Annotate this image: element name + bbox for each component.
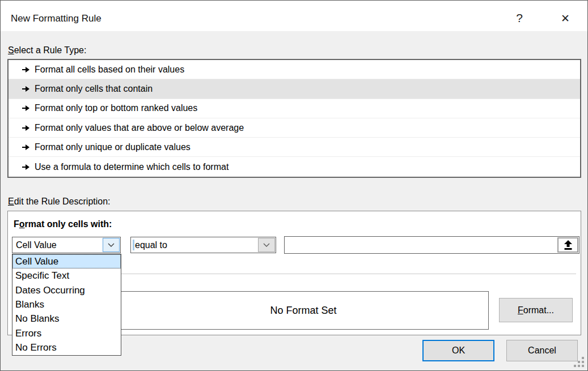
- arrow-right-icon: [22, 86, 30, 92]
- collapse-range-up-arrow-icon: [564, 240, 573, 250]
- arrow-right-icon: [22, 67, 30, 73]
- condition-type-combobox[interactable]: Cell Value: [12, 237, 121, 253]
- dropdown-item[interactable]: Errors: [12, 326, 121, 340]
- ok-button[interactable]: OK: [422, 340, 494, 361]
- operator-dropdown-button[interactable]: [258, 238, 275, 252]
- dropdown-item[interactable]: No Errors: [12, 341, 121, 355]
- rule-type-item[interactable]: Use a formula to determine which cells t…: [9, 157, 580, 176]
- dialog-title: New Formatting Rule: [11, 13, 101, 24]
- rule-type-item[interactable]: Format only values that are above or bel…: [9, 118, 580, 138]
- condition-type-value: Cell Value: [12, 240, 102, 250]
- format-button[interactable]: Format...: [499, 298, 573, 322]
- arrow-right-icon: [22, 125, 30, 131]
- dropdown-item[interactable]: No Blanks: [12, 312, 121, 326]
- chevron-down-icon: [263, 243, 270, 247]
- cancel-button[interactable]: Cancel: [506, 340, 578, 361]
- chevron-down-icon: [108, 243, 115, 247]
- rule-type-listbox: Format all cells based on their values F…: [7, 59, 581, 178]
- close-icon[interactable]: ✕: [553, 10, 578, 27]
- dropdown-item-selected[interactable]: Cell Value: [12, 254, 121, 268]
- title-bar: New Formatting Rule ? ✕: [1, 1, 587, 31]
- format-preview: No Format Set: [118, 291, 489, 330]
- value-input[interactable]: [284, 236, 579, 254]
- operator-combobox[interactable]: equal to: [130, 237, 276, 253]
- arrow-right-icon: [22, 164, 30, 170]
- arrow-right-icon: [22, 105, 30, 111]
- format-only-cells-with-label: Format only cells with:: [14, 219, 112, 229]
- operator-value: equal to: [134, 240, 257, 250]
- rule-type-item[interactable]: Format all cells based on their values: [9, 60, 580, 79]
- condition-type-dropdown-list: Cell Value Specific Text Dates Occurring…: [12, 254, 121, 356]
- help-button[interactable]: ?: [507, 10, 532, 27]
- condition-type-dropdown-button[interactable]: [103, 238, 120, 252]
- rule-type-item-selected[interactable]: Format only cells that contain: [9, 79, 580, 99]
- dropdown-item[interactable]: Specific Text: [12, 268, 121, 283]
- collapse-range-button[interactable]: [557, 237, 578, 253]
- rule-type-label: Select a Rule Type:: [8, 45, 86, 56]
- resize-grip[interactable]: [574, 357, 584, 367]
- rule-type-item[interactable]: Format only top or bottom ranked values: [9, 99, 580, 118]
- dropdown-item[interactable]: Blanks: [12, 297, 121, 312]
- new-formatting-rule-dialog: New Formatting Rule ? ✕ Select a Rule Ty…: [0, 0, 588, 371]
- rule-description-label: Edit the Rule Description:: [8, 197, 111, 207]
- rule-type-item[interactable]: Format only unique or duplicate values: [9, 138, 580, 157]
- dropdown-item[interactable]: Dates Occurring: [12, 283, 121, 297]
- arrow-right-icon: [22, 144, 30, 150]
